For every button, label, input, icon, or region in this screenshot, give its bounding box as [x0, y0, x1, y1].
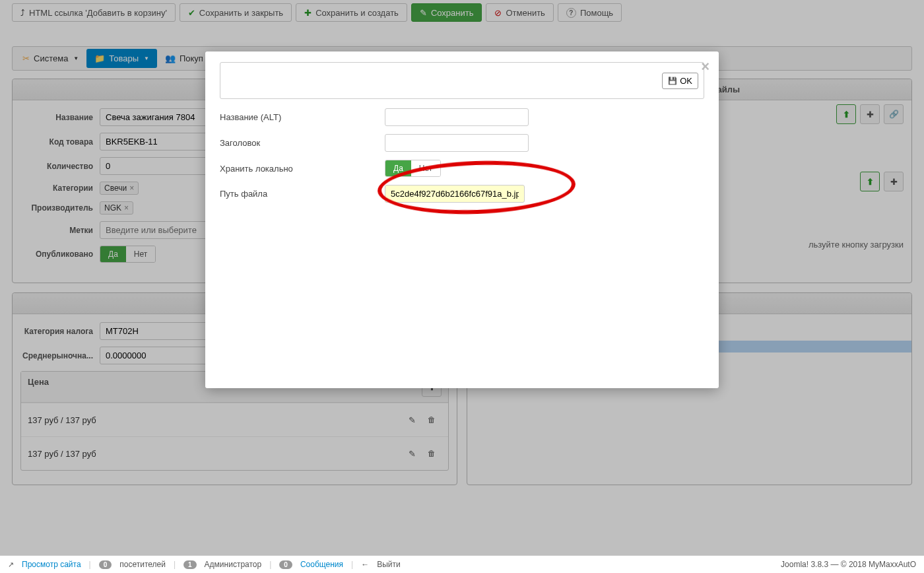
modal-ok-button[interactable]: OK: [662, 73, 698, 89]
label-path: Путь файла: [220, 189, 385, 199]
local-toggle[interactable]: Да Нет: [385, 160, 441, 177]
label-title: Заголовок: [220, 138, 385, 148]
input-alt[interactable]: [385, 108, 529, 126]
toggle-no[interactable]: Нет: [411, 160, 440, 176]
input-path[interactable]: [385, 185, 525, 203]
image-upload-modal: × OK Название (ALT) Заголовок Хранить ло…: [205, 51, 719, 388]
label-alt: Название (ALT): [220, 112, 385, 122]
label-local: Хранить локально: [220, 164, 385, 174]
toggle-yes[interactable]: Да: [385, 160, 411, 176]
input-title[interactable]: [385, 134, 529, 152]
modal-close-button[interactable]: ×: [701, 58, 710, 75]
